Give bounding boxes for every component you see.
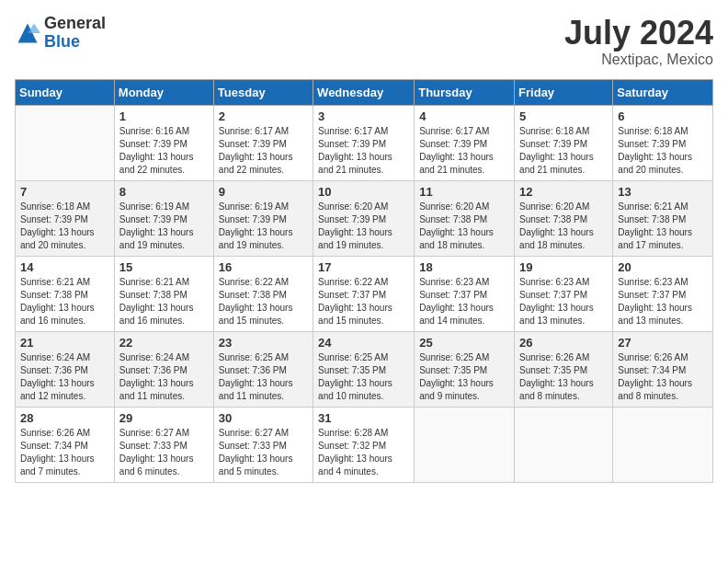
calendar-cell: [613, 407, 713, 482]
day-info: Sunrise: 6:22 AMSunset: 7:37 PMDaylight:…: [318, 276, 409, 327]
calendar-table: SundayMondayTuesdayWednesdayThursdayFrid…: [15, 79, 713, 483]
day-info: Sunrise: 6:19 AMSunset: 7:39 PMDaylight:…: [119, 201, 209, 252]
calendar-cell: [515, 407, 613, 482]
calendar-cell: 27Sunrise: 6:26 AMSunset: 7:34 PMDayligh…: [613, 331, 713, 407]
calendar-cell: 11Sunrise: 6:20 AMSunset: 7:38 PMDayligh…: [415, 180, 515, 256]
day-number: 1: [119, 109, 209, 123]
day-info: Sunrise: 6:23 AMSunset: 7:37 PMDaylight:…: [519, 276, 608, 327]
calendar-cell: 15Sunrise: 6:21 AMSunset: 7:38 PMDayligh…: [114, 256, 213, 331]
calendar-cell: 10Sunrise: 6:20 AMSunset: 7:39 PMDayligh…: [313, 180, 415, 256]
calendar-cell: 1Sunrise: 6:16 AMSunset: 7:39 PMDaylight…: [114, 105, 213, 180]
day-number: 31: [318, 411, 409, 425]
day-number: 11: [419, 185, 509, 199]
day-number: 14: [20, 260, 109, 274]
calendar-cell: [16, 105, 115, 180]
day-number: 26: [519, 336, 608, 350]
logo-text: General Blue: [44, 15, 106, 52]
day-info: Sunrise: 6:26 AMSunset: 7:34 PMDaylight:…: [618, 351, 708, 403]
calendar-cell: 28Sunrise: 6:26 AMSunset: 7:34 PMDayligh…: [16, 407, 115, 482]
day-info: Sunrise: 6:21 AMSunset: 7:38 PMDaylight:…: [618, 201, 708, 252]
calendar-cell: 13Sunrise: 6:21 AMSunset: 7:38 PMDayligh…: [613, 180, 713, 256]
calendar-cell: 4Sunrise: 6:17 AMSunset: 7:39 PMDaylight…: [415, 105, 515, 180]
title-area: July 2024 Nextipac, Mexico: [564, 15, 713, 68]
calendar-cell: 17Sunrise: 6:22 AMSunset: 7:37 PMDayligh…: [313, 256, 415, 331]
day-info: Sunrise: 6:23 AMSunset: 7:37 PMDaylight:…: [419, 276, 509, 327]
day-info: Sunrise: 6:21 AMSunset: 7:38 PMDaylight:…: [119, 276, 209, 327]
day-info: Sunrise: 6:24 AMSunset: 7:36 PMDaylight:…: [119, 351, 209, 403]
day-info: Sunrise: 6:17 AMSunset: 7:39 PMDaylight:…: [419, 125, 509, 177]
day-number: 19: [519, 260, 608, 274]
day-header-saturday: Saturday: [613, 79, 713, 105]
calendar-cell: 25Sunrise: 6:25 AMSunset: 7:35 PMDayligh…: [415, 331, 515, 407]
day-info: Sunrise: 6:28 AMSunset: 7:32 PMDaylight:…: [318, 427, 409, 478]
day-number: 5: [519, 109, 608, 123]
calendar-cell: 3Sunrise: 6:17 AMSunset: 7:39 PMDaylight…: [313, 105, 415, 180]
calendar-week-row: 21Sunrise: 6:24 AMSunset: 7:36 PMDayligh…: [16, 331, 713, 407]
day-info: Sunrise: 6:19 AMSunset: 7:39 PMDaylight:…: [219, 201, 308, 252]
calendar-cell: 5Sunrise: 6:18 AMSunset: 7:39 PMDaylight…: [515, 105, 613, 180]
day-number: 21: [20, 336, 109, 350]
day-number: 25: [419, 336, 509, 350]
calendar-week-row: 7Sunrise: 6:18 AMSunset: 7:39 PMDaylight…: [16, 180, 713, 256]
logo-icon: [15, 20, 40, 46]
day-number: 29: [119, 411, 209, 425]
day-number: 27: [618, 336, 708, 350]
calendar-cell: [415, 407, 515, 482]
day-number: 22: [119, 336, 209, 350]
day-info: Sunrise: 6:17 AMSunset: 7:39 PMDaylight:…: [219, 125, 308, 177]
day-info: Sunrise: 6:20 AMSunset: 7:39 PMDaylight:…: [318, 201, 409, 252]
day-info: Sunrise: 6:23 AMSunset: 7:37 PMDaylight:…: [618, 276, 708, 327]
day-info: Sunrise: 6:20 AMSunset: 7:38 PMDaylight:…: [519, 201, 608, 252]
calendar-cell: 29Sunrise: 6:27 AMSunset: 7:33 PMDayligh…: [114, 407, 213, 482]
calendar-cell: 30Sunrise: 6:27 AMSunset: 7:33 PMDayligh…: [213, 407, 313, 482]
calendar-week-row: 1Sunrise: 6:16 AMSunset: 7:39 PMDaylight…: [16, 105, 713, 180]
day-info: Sunrise: 6:27 AMSunset: 7:33 PMDaylight:…: [119, 427, 209, 478]
calendar-cell: 9Sunrise: 6:19 AMSunset: 7:39 PMDaylight…: [213, 180, 313, 256]
day-number: 10: [318, 185, 409, 199]
calendar-cell: 12Sunrise: 6:20 AMSunset: 7:38 PMDayligh…: [515, 180, 613, 256]
day-info: Sunrise: 6:25 AMSunset: 7:35 PMDaylight:…: [419, 351, 509, 403]
day-info: Sunrise: 6:25 AMSunset: 7:36 PMDaylight:…: [219, 351, 308, 403]
calendar-cell: 18Sunrise: 6:23 AMSunset: 7:37 PMDayligh…: [415, 256, 515, 331]
day-number: 4: [419, 109, 509, 123]
calendar-cell: 8Sunrise: 6:19 AMSunset: 7:39 PMDaylight…: [114, 180, 213, 256]
day-number: 24: [318, 336, 409, 350]
calendar-week-row: 28Sunrise: 6:26 AMSunset: 7:34 PMDayligh…: [16, 407, 713, 482]
calendar-cell: 22Sunrise: 6:24 AMSunset: 7:36 PMDayligh…: [114, 331, 213, 407]
day-info: Sunrise: 6:27 AMSunset: 7:33 PMDaylight:…: [219, 427, 308, 478]
calendar-cell: 23Sunrise: 6:25 AMSunset: 7:36 PMDayligh…: [213, 331, 313, 407]
day-number: 16: [219, 260, 308, 274]
day-number: 6: [618, 109, 708, 123]
header: General Blue July 2024 Nextipac, Mexico: [15, 15, 713, 68]
calendar-cell: 16Sunrise: 6:22 AMSunset: 7:38 PMDayligh…: [213, 256, 313, 331]
day-info: Sunrise: 6:22 AMSunset: 7:38 PMDaylight:…: [219, 276, 308, 327]
day-info: Sunrise: 6:26 AMSunset: 7:34 PMDaylight:…: [20, 427, 109, 478]
day-number: 28: [20, 411, 109, 425]
calendar-cell: 31Sunrise: 6:28 AMSunset: 7:32 PMDayligh…: [313, 407, 415, 482]
day-number: 20: [618, 260, 708, 274]
day-number: 9: [219, 185, 308, 199]
day-info: Sunrise: 6:16 AMSunset: 7:39 PMDaylight:…: [119, 125, 209, 177]
logo-blue-text: Blue: [44, 33, 106, 52]
month-title: July 2024: [564, 15, 713, 52]
day-info: Sunrise: 6:24 AMSunset: 7:36 PMDaylight:…: [20, 351, 109, 403]
day-header-sunday: Sunday: [16, 79, 115, 105]
logo: General Blue: [15, 15, 106, 52]
day-header-tuesday: Tuesday: [213, 79, 313, 105]
day-info: Sunrise: 6:26 AMSunset: 7:35 PMDaylight:…: [519, 351, 608, 403]
day-info: Sunrise: 6:18 AMSunset: 7:39 PMDaylight:…: [20, 201, 109, 252]
day-number: 2: [219, 109, 308, 123]
day-header-wednesday: Wednesday: [313, 79, 415, 105]
day-number: 13: [618, 185, 708, 199]
calendar-cell: 20Sunrise: 6:23 AMSunset: 7:37 PMDayligh…: [613, 256, 713, 331]
calendar-cell: 6Sunrise: 6:18 AMSunset: 7:39 PMDaylight…: [613, 105, 713, 180]
day-number: 12: [519, 185, 608, 199]
day-number: 8: [119, 185, 209, 199]
day-header-thursday: Thursday: [415, 79, 515, 105]
day-info: Sunrise: 6:17 AMSunset: 7:39 PMDaylight:…: [318, 125, 409, 177]
day-number: 17: [318, 260, 409, 274]
day-number: 23: [219, 336, 308, 350]
day-number: 30: [219, 411, 308, 425]
day-number: 7: [20, 185, 109, 199]
day-header-friday: Friday: [515, 79, 613, 105]
